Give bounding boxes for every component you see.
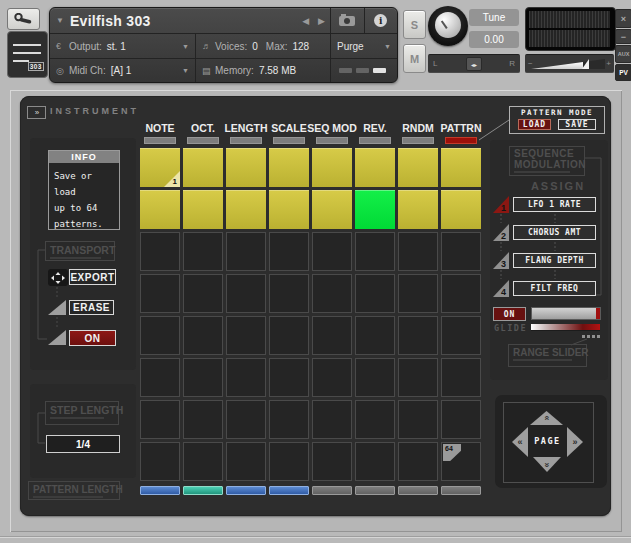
grid-cell[interactable] — [355, 232, 395, 271]
grid-cell[interactable] — [355, 274, 395, 313]
column-indicator-rev[interactable] — [359, 137, 391, 144]
snapshot-camera-button[interactable] — [331, 8, 364, 33]
info-button[interactable]: i — [364, 8, 398, 33]
grid-cell[interactable] — [183, 232, 223, 271]
column-indicator-note[interactable] — [144, 137, 176, 144]
grid-cell[interactable] — [355, 358, 395, 397]
pattern-page-indicator[interactable] — [269, 486, 309, 495]
grid-cell[interactable] — [140, 232, 180, 271]
grid-cell[interactable] — [398, 190, 438, 229]
grid-cell[interactable] — [183, 274, 223, 313]
pattern-page-indicator[interactable] — [140, 486, 180, 495]
grid-cell[interactable] — [441, 358, 481, 397]
grid-cell[interactable] — [398, 358, 438, 397]
grid-cell[interactable] — [226, 400, 266, 439]
grid-cell[interactable] — [398, 400, 438, 439]
grid-cell[interactable] — [441, 274, 481, 313]
output-select[interactable]: € Output: st. 1 ▼ — [50, 34, 196, 58]
glide-slider-handle[interactable] — [596, 308, 600, 319]
grid-cell[interactable] — [312, 358, 352, 397]
export-drag-button[interactable] — [48, 269, 68, 286]
grid-cell[interactable] — [140, 316, 180, 355]
pattern-page-indicator[interactable] — [355, 486, 395, 495]
grid-cell[interactable] — [269, 274, 309, 313]
grid-cell[interactable] — [312, 442, 352, 481]
solo-button[interactable]: S — [403, 10, 426, 39]
grid-cell[interactable]: 1 — [140, 148, 180, 187]
tune-value[interactable]: 0.00 — [469, 31, 519, 48]
instrument-icon-button[interactable]: 303 — [7, 31, 48, 78]
grid-cell[interactable] — [355, 316, 395, 355]
assign-target-3[interactable]: FLANG DEPTH — [513, 253, 596, 268]
column-indicator-length[interactable] — [230, 137, 262, 144]
grid-cell[interactable] — [398, 148, 438, 187]
grid-cell[interactable] — [183, 400, 223, 439]
minimize-button[interactable]: − — [615, 29, 631, 44]
grid-cell[interactable] — [312, 316, 352, 355]
purge-menu[interactable]: Purge ▼ — [331, 34, 397, 58]
grid-cell[interactable] — [183, 442, 223, 481]
assign-target-1[interactable]: LFO 1 RATE — [513, 197, 596, 212]
aux-button[interactable]: AUX — [615, 45, 631, 63]
close-button[interactable]: × — [615, 9, 631, 28]
volume-slider[interactable]: − + — [525, 54, 614, 73]
prev-instrument-icon[interactable]: ◀ — [302, 16, 309, 26]
wrench-button[interactable] — [7, 8, 40, 30]
column-indicator-rndm[interactable] — [402, 137, 434, 144]
pan-slider[interactable]: L R ◂▸ — [428, 54, 520, 73]
grid-cell[interactable] — [355, 190, 395, 229]
erase-button[interactable]: ERASE — [69, 300, 114, 315]
grid-cell[interactable] — [226, 274, 266, 313]
next-instrument-icon[interactable]: ▶ — [318, 16, 325, 26]
grid-cell[interactable] — [355, 400, 395, 439]
grid-cell[interactable] — [226, 358, 266, 397]
grid-cell[interactable] — [312, 232, 352, 271]
assign-target-4[interactable]: FILT FREQ — [513, 281, 596, 296]
grid-cell[interactable] — [312, 190, 352, 229]
grid-cell[interactable] — [269, 148, 309, 187]
pan-handle[interactable]: ◂▸ — [466, 57, 482, 71]
grid-cell[interactable] — [441, 148, 481, 187]
grid-cell[interactable] — [441, 232, 481, 271]
column-indicator-scale[interactable] — [273, 137, 305, 144]
pattern-page-indicator[interactable] — [312, 486, 352, 495]
grid-cell[interactable] — [269, 232, 309, 271]
grid-cell[interactable] — [226, 316, 266, 355]
glide-slider[interactable] — [531, 307, 601, 320]
panel-expand-icon[interactable]: » — [27, 106, 46, 119]
column-indicator-oct[interactable] — [187, 137, 219, 144]
grid-cell[interactable] — [312, 274, 352, 313]
grid-cell[interactable] — [398, 442, 438, 481]
tune-knob[interactable] — [428, 6, 468, 46]
mute-button[interactable]: M — [403, 44, 426, 73]
grid-cell[interactable] — [398, 316, 438, 355]
grid-cell[interactable] — [441, 400, 481, 439]
grid-cell[interactable] — [441, 316, 481, 355]
grid-cell[interactable] — [269, 442, 309, 481]
grid-cell[interactable] — [140, 358, 180, 397]
grid-cell[interactable] — [269, 400, 309, 439]
pattern-page-indicator[interactable] — [226, 486, 266, 495]
sequencer-on-button[interactable]: ON — [69, 330, 116, 346]
grid-cell[interactable] — [183, 148, 223, 187]
grid-cell[interactable] — [183, 190, 223, 229]
step-length-select[interactable]: 1/4 — [46, 435, 120, 453]
grid-cell[interactable] — [441, 190, 481, 229]
export-button[interactable]: EXPORT — [69, 269, 116, 285]
grid-cell[interactable] — [269, 316, 309, 355]
grid-cell[interactable] — [269, 358, 309, 397]
pattern-page-indicator[interactable] — [398, 486, 438, 495]
grid-cell[interactable] — [312, 400, 352, 439]
grid-cell[interactable] — [355, 148, 395, 187]
grid-cell[interactable] — [398, 232, 438, 271]
pattern-page-indicator[interactable] — [441, 486, 481, 495]
grid-cell[interactable] — [183, 316, 223, 355]
column-indicator-pattrn[interactable] — [445, 137, 477, 144]
grid-cell[interactable]: 64 — [441, 442, 481, 481]
grid-cell[interactable] — [398, 274, 438, 313]
midi-channel-select[interactable]: ◎ Midi Ch: [A] 1 ▼ — [50, 59, 196, 82]
grid-cell[interactable] — [312, 148, 352, 187]
grid-cell[interactable] — [140, 442, 180, 481]
collapse-arrow-icon[interactable]: ▼ — [56, 16, 64, 25]
grid-cell[interactable] — [226, 190, 266, 229]
